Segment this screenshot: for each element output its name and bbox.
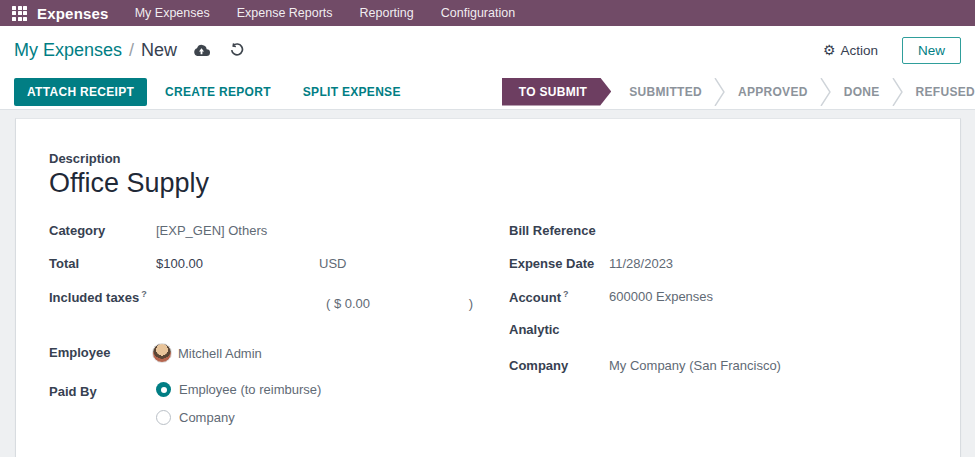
paid-by-option-employee[interactable]: Employee (to reimburse) — [156, 382, 321, 397]
paid-by-label: Paid By — [49, 382, 156, 399]
employee-label: Employee — [49, 343, 156, 360]
attach-receipt-button[interactable]: ATTACH RECEIPT — [14, 78, 147, 106]
category-input[interactable]: [EXP_GEN] Others — [156, 221, 267, 238]
expense-form-sheet: Description Office Supply Category [EXP_… — [15, 118, 961, 457]
discard-undo-icon[interactable] — [230, 43, 244, 57]
help-question-icon: ? — [141, 289, 147, 299]
create-report-button[interactable]: CREATE REPORT — [151, 78, 285, 106]
description-input[interactable]: Office Supply — [49, 168, 930, 199]
form-left-column: Category [EXP_GEN] Others Total $100.00 … — [49, 221, 509, 457]
total-label: Total — [49, 254, 156, 271]
help-question-icon: ? — [563, 289, 569, 299]
field-employee: Employee Mitchell Admin — [49, 343, 509, 376]
save-cloud-icon[interactable] — [193, 44, 210, 57]
apps-menu-icon[interactable] — [12, 6, 27, 21]
status-step-refused[interactable]: REFUSED — [898, 78, 975, 106]
field-company: Company My Company (San Francisco) — [509, 356, 930, 389]
field-account: Account? 600000 Expenses — [509, 287, 930, 320]
app-brand[interactable]: Expenses — [37, 5, 109, 22]
split-expense-button[interactable]: SPLIT EXPENSE — [289, 78, 415, 106]
field-paid-by: Paid By Employee (to reimburse) Company — [49, 382, 509, 438]
nav-item-expense-reports[interactable]: Expense Reports — [237, 6, 333, 20]
form-view-background: Description Office Supply Category [EXP_… — [0, 110, 975, 457]
nav-item-configuration[interactable]: Configuration — [441, 6, 515, 20]
status-step-approved[interactable]: APPROVED — [720, 78, 826, 106]
gear-icon: ⚙ — [823, 42, 836, 58]
paid-by-option-company[interactable]: Company — [156, 410, 321, 425]
form-field-grid: Category [EXP_GEN] Others Total $100.00 … — [49, 221, 930, 457]
company-label: Company — [509, 356, 609, 373]
nav-item-my-expenses[interactable]: My Expenses — [135, 6, 210, 20]
top-navbar: Expenses My Expenses Expense Reports Rep… — [0, 0, 975, 26]
action-menu-label: Action — [840, 43, 878, 58]
bill-reference-label: Bill Reference — [509, 221, 609, 238]
analytic-label: Analytic — [509, 320, 609, 337]
field-expense-date: Expense Date 11/28/2023 — [509, 254, 930, 287]
breadcrumb: My Expenses / New — [14, 40, 177, 61]
status-step-to-submit[interactable]: TO SUBMIT — [502, 78, 611, 106]
description-label: Description — [49, 151, 930, 166]
field-analytic: Analytic — [509, 320, 930, 353]
total-amount-input[interactable]: $100.00 — [156, 256, 319, 271]
employee-name: Mitchell Admin — [178, 346, 262, 361]
form-statusbar-row: ATTACH RECEIPT CREATE REPORT SPLIT EXPEN… — [0, 74, 975, 110]
action-menu-button[interactable]: ⚙ Action — [823, 42, 878, 58]
form-right-column: Bill Reference Expense Date 11/28/2023 A… — [509, 221, 930, 457]
expense-date-input[interactable]: 11/28/2023 — [609, 254, 673, 271]
status-pipeline: TO SUBMIT SUBMITTED APPROVED DONE REFUSE… — [502, 78, 975, 106]
company-input[interactable]: My Company (San Francisco) — [609, 356, 781, 373]
breadcrumb-parent-link[interactable]: My Expenses — [14, 40, 122, 61]
radio-unselected-icon — [156, 410, 171, 425]
control-panel: My Expenses / New ⚙ Action New — [0, 26, 975, 74]
field-category: Category [EXP_GEN] Others — [49, 221, 509, 254]
included-taxes-label: Included taxes? — [49, 287, 156, 305]
field-included-taxes: Included taxes? ( $ 0.00 ) — [49, 287, 509, 331]
radio-selected-icon — [156, 382, 171, 397]
account-label: Account? — [509, 287, 609, 305]
expense-date-label: Expense Date — [509, 254, 609, 271]
category-label: Category — [49, 221, 156, 238]
included-taxes-value[interactable]: ( $ 0.00 ) — [326, 287, 473, 311]
field-total: Total $100.00 USD — [49, 254, 509, 287]
currency-field[interactable]: USD — [319, 256, 346, 271]
account-input[interactable]: 600000 Expenses — [609, 287, 713, 304]
record-dirty-indicators — [193, 43, 244, 57]
status-step-submitted[interactable]: SUBMITTED — [611, 78, 720, 106]
control-panel-right: ⚙ Action New — [823, 37, 961, 64]
employee-input[interactable]: Mitchell Admin — [152, 343, 262, 363]
new-button[interactable]: New — [902, 37, 961, 64]
field-bill-reference: Bill Reference — [509, 221, 930, 254]
nav-item-reporting[interactable]: Reporting — [360, 6, 414, 20]
employee-avatar — [152, 343, 172, 363]
breadcrumb-current: New — [141, 40, 177, 61]
breadcrumb-separator: / — [129, 40, 134, 61]
status-step-done[interactable]: DONE — [826, 78, 898, 106]
